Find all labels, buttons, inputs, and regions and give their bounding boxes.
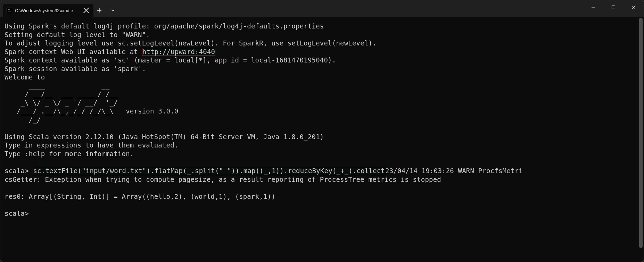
tab-separator [106, 5, 106, 12]
scala-prompt: scala> [5, 167, 33, 175]
output-line: Using Scala version 2.12.10 (Java HotSpo… [5, 133, 324, 141]
window-controls [583, 0, 644, 14]
svg-rect-0 [612, 6, 615, 9]
output-line: Spark context Web UI available at [5, 48, 142, 56]
output-line: Spark session available as 'spark'. [5, 65, 146, 73]
output-line: Using Spark's default log4j profile: org… [5, 22, 324, 30]
output-line: Welcome to [5, 73, 45, 81]
output-line: Type in expressions to have them evaluat… [5, 141, 178, 149]
ascii-art-line: _\ \/ _ \/ _ `/ __/ '_/ [5, 99, 118, 107]
output-line: 23/04/14 19:03:26 WARN ProcfsMetri [385, 167, 523, 175]
output-line: csGetter: Exception when trying to compu… [5, 176, 441, 183]
output-line: Type :help for more information. [5, 150, 134, 158]
minimize-button[interactable] [583, 0, 603, 14]
output-line: Spark context available as 'sc' (master … [5, 56, 336, 64]
ascii-art-line: ____ __ [5, 82, 110, 90]
highlighted-command: sc.textFile("input/word.txt").flatMap(_.… [33, 167, 385, 175]
terminal-output[interactable]: Using Spark's default log4j profile: org… [0, 17, 644, 222]
output-line: To adjust logging level use sc.setLogLev… [5, 39, 377, 47]
tab-title: C:\Windows\system32\cmd.e [15, 8, 80, 13]
tab-dropdown-button[interactable] [107, 4, 119, 17]
close-window-button[interactable] [624, 0, 644, 14]
scrollbar-thumb[interactable] [639, 18, 643, 248]
cmd-icon: C: [7, 8, 12, 13]
terminal-tab[interactable]: C: C:\Windows\system32\cmd.e [3, 4, 93, 17]
ascii-art-line: /_/ [5, 116, 41, 124]
highlighted-url: http://upward:4040 [142, 48, 216, 56]
scala-prompt: scala> [5, 210, 29, 217]
output-line: res0: Array[(String, Int)] = Array((hell… [5, 193, 275, 200]
maximize-button[interactable] [603, 0, 624, 14]
tab-bar: C: C:\Windows\system32\cmd.e [0, 0, 644, 17]
close-tab-button[interactable] [83, 7, 89, 14]
new-tab-button[interactable] [93, 4, 105, 17]
ascii-art-line: / __/__ ___ _____/ /__ [5, 90, 118, 98]
scrollbar-track[interactable] [639, 18, 643, 260]
output-line: Setting default log level to "WARN". [5, 31, 150, 39]
ascii-art-line: /___/ .__/\_,_/_/ /_/\_\ version 3.0.0 [5, 107, 178, 115]
